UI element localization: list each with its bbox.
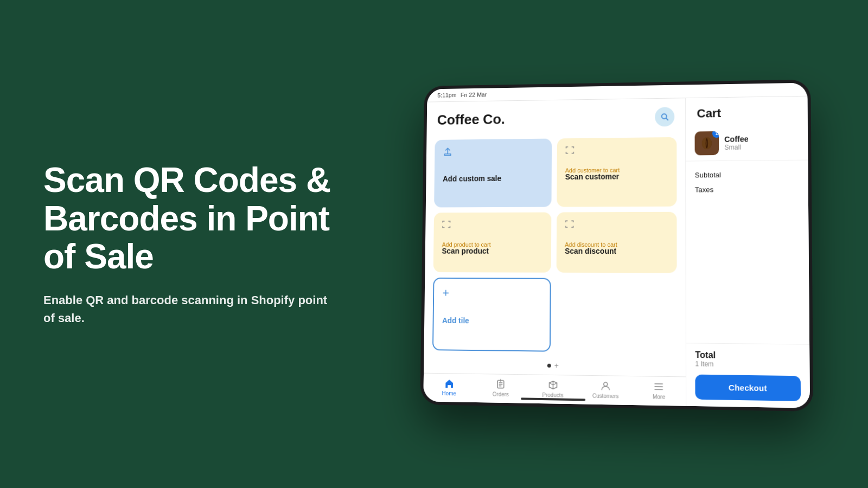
subtotal-label: Subtotal (695, 171, 721, 179)
scan-customer-sublabel: Add customer to cart (565, 166, 668, 174)
tile-scan-customer[interactable]: Scan customer Add customer to cart (557, 137, 677, 207)
tiles-grid: Add custom sale Scan customer (424, 133, 686, 358)
cart-item[interactable]: 1 Coffee Small (686, 125, 808, 161)
nav-home-label: Home (442, 390, 456, 396)
svg-point-3 (604, 382, 608, 386)
customers-icon (600, 380, 611, 391)
search-icon (660, 112, 669, 121)
tile-scan-product[interactable]: Scan product Add product to cart (433, 213, 551, 273)
pos-header: Coffee Co. (426, 98, 685, 136)
cart-panel: Cart 1 (686, 97, 810, 408)
tile-add-tile[interactable]: + Add tile (432, 278, 551, 352)
nav-products-label: Products (542, 392, 563, 399)
cart-totals: Subtotal Taxes (686, 160, 809, 344)
hero-title: Scan QR Codes & Barcodes in Point of Sal… (43, 161, 336, 275)
nav-orders-label: Orders (493, 391, 509, 397)
total-label: Total (695, 350, 800, 362)
nav-home[interactable]: Home (423, 378, 475, 397)
search-button[interactable] (655, 107, 674, 126)
nav-products[interactable]: Products (527, 379, 579, 399)
nav-more[interactable]: More (632, 381, 686, 400)
home-icon (444, 378, 455, 389)
device-frame: 5:11pm Fri 22 Mar Coffee Co. (420, 79, 813, 411)
tile-custom-sale[interactable]: Add custom sale (434, 139, 552, 208)
nav-orders[interactable]: Orders (475, 378, 527, 398)
app-content: Coffee Co. (423, 97, 810, 408)
device-mockup-section: 5:11pm Fri 22 Mar Coffee Co. (380, 81, 868, 407)
cart-title: Cart (686, 97, 807, 126)
total-section: Total 1 Item (695, 350, 800, 369)
orders-icon (495, 379, 506, 390)
scan-product-icon (442, 220, 542, 230)
nav-customers[interactable]: Customers (579, 380, 632, 400)
taxes-label: Taxes (695, 185, 713, 194)
item-name: Coffee (724, 134, 748, 144)
item-variant: Small (724, 143, 748, 151)
scan-product-label: Scan product (442, 247, 542, 255)
cart-footer: Total 1 Item Checkout (686, 343, 810, 408)
svg-line-1 (666, 118, 668, 120)
pos-title: Coffee Co. (437, 111, 505, 128)
dot-plus: + (554, 362, 559, 369)
subtotal-row: Subtotal (695, 167, 799, 183)
tile-scan-discount[interactable]: Scan discount Add discount to cart (556, 212, 676, 273)
taxes-row: Taxes (695, 182, 800, 197)
plus-icon: + (442, 286, 541, 301)
share-icon (443, 146, 543, 158)
status-time: 5:11pm (437, 92, 456, 98)
checkout-button[interactable]: Checkout (695, 375, 801, 401)
total-count: 1 Item (695, 360, 800, 369)
scan-customer-icon (565, 145, 668, 157)
tile-scan-customer-text: Scan customer Add customer to cart (565, 172, 668, 174)
coffee-bean-icon (700, 136, 714, 150)
tile-custom-sale-label: Add custom sale (443, 174, 543, 183)
pos-panel: Coffee Co. (423, 98, 686, 406)
bottom-nav: Home Orders (423, 373, 686, 406)
more-icon (653, 381, 664, 393)
nav-customers-label: Customers (592, 393, 619, 399)
nav-more-label: More (653, 394, 665, 400)
scan-discount-sublabel: Add discount to cart (565, 241, 668, 248)
products-icon (547, 380, 558, 390)
scan-product-sublabel: Add product to cart (442, 241, 542, 248)
scan-discount-icon (565, 220, 668, 230)
hero-subtitle: Enable QR and barcode scanning in Shopif… (43, 291, 336, 327)
item-info: Coffee Small (724, 134, 749, 151)
scan-discount-label: Scan discount (565, 247, 668, 255)
device-screen: 5:11pm Fri 22 Mar Coffee Co. (423, 83, 810, 408)
tile-scan-discount-text: Scan discount Add discount to cart (565, 247, 668, 248)
hero-section: Scan QR Codes & Barcodes in Point of Sal… (0, 118, 380, 370)
tile-scan-product-text: Scan product Add product to cart (442, 247, 542, 248)
status-date: Fri 22 Mar (461, 91, 487, 98)
add-tile-label: Add tile (442, 316, 541, 325)
item-thumbnail: 1 (695, 131, 719, 155)
home-indicator (520, 397, 585, 401)
dot-active (547, 363, 551, 367)
